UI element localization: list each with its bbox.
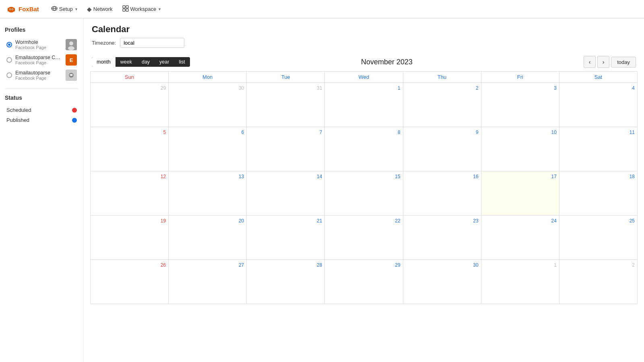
tab-list[interactable]: list — [174, 57, 190, 67]
header-thu: Thu — [403, 72, 481, 83]
date-nov30: 30 — [406, 261, 479, 269]
date-nov12: 12 — [93, 173, 166, 180]
nav-network[interactable]: ◆ Network — [83, 3, 117, 15]
cal-cell-nov3[interactable]: 3 — [481, 83, 559, 127]
status-published-dot — [72, 118, 77, 123]
cal-cell-nov13[interactable]: 13 — [169, 171, 247, 216]
cal-cell-nov29[interactable]: 29 — [325, 260, 403, 304]
profile-emailautoparse[interactable]: Emailautoparse Facebook Page — [5, 68, 78, 83]
cal-cell-nov24[interactable]: 24 — [481, 216, 559, 260]
cal-cell-nov12[interactable]: 12 — [91, 171, 169, 216]
date-nov15: 15 — [327, 173, 400, 180]
cal-cell-oct30[interactable]: 30 — [169, 83, 247, 127]
cal-cell-nov23[interactable]: 23 — [403, 216, 481, 260]
cal-cell-nov25[interactable]: 25 — [559, 216, 638, 260]
emailautoparse-avatar-img — [66, 70, 77, 81]
date-nov9: 9 — [406, 129, 479, 136]
calendar-today-button[interactable]: today — [611, 57, 636, 68]
svg-rect-12 — [123, 9, 125, 11]
cal-cell-nov27[interactable]: 27 — [169, 260, 247, 304]
tab-year[interactable]: year — [155, 57, 174, 67]
profile-type-wormhole: Facebook Page — [15, 45, 62, 50]
calendar-prev-button[interactable]: ‹ — [584, 56, 596, 68]
svg-point-5 — [10, 9, 10, 10]
cal-cell-nov26[interactable]: 26 — [91, 260, 169, 304]
brand-logo[interactable]: FoxBat — [6, 4, 39, 14]
svg-point-6 — [12, 9, 13, 10]
tab-month[interactable]: month — [92, 57, 116, 67]
tab-day[interactable]: day — [137, 57, 155, 67]
nav-workspace-label: Workspace — [130, 6, 157, 12]
cal-cell-nov11[interactable]: 11 — [559, 127, 638, 171]
profile-name-emailautoparse-community: Emailautoparse Community — [15, 55, 62, 60]
date-nov3: 3 — [484, 84, 557, 92]
cal-cell-nov19[interactable]: 19 — [91, 216, 169, 260]
timezone-input[interactable] — [120, 38, 184, 48]
workspace-dropdown-arrow: ▾ — [159, 7, 161, 11]
cal-cell-nov5[interactable]: 5 — [91, 127, 169, 171]
sidebar-divider — [5, 88, 78, 89]
cal-cell-nov2[interactable]: 2 — [403, 83, 481, 127]
cal-cell-oct29[interactable]: 29 — [91, 83, 169, 127]
cal-cell-nov7[interactable]: 7 — [247, 127, 325, 171]
cal-cell-nov28[interactable]: 28 — [247, 260, 325, 304]
setup-dropdown-arrow: ▾ — [75, 7, 77, 11]
date-nov6: 6 — [171, 129, 244, 136]
calendar-month-label: November 2023 — [195, 58, 579, 66]
status-section-title: Status — [5, 95, 78, 101]
tab-week[interactable]: week — [116, 57, 137, 67]
date-nov18: 18 — [562, 173, 635, 180]
cal-cell-nov6[interactable]: 6 — [169, 127, 247, 171]
date-nov24: 24 — [484, 217, 557, 224]
profile-emailautoparse-community[interactable]: Emailautoparse Community Facebook Page E — [5, 52, 78, 68]
cal-cell-nov1[interactable]: 1 — [325, 83, 403, 127]
status-scheduled-label: Scheduled — [6, 107, 31, 113]
date-nov22: 22 — [327, 217, 400, 224]
svg-point-19 — [70, 74, 72, 76]
profile-type-emailautoparse-community: Facebook Page — [15, 60, 62, 65]
date-nov11: 11 — [562, 129, 635, 136]
date-dec2: 2 — [562, 261, 635, 269]
profiles-section-title: Profiles — [5, 27, 78, 33]
cal-cell-nov14[interactable]: 14 — [247, 171, 325, 216]
date-nov28: 28 — [249, 261, 322, 269]
cal-cell-nov10[interactable]: 10 — [481, 127, 559, 171]
svg-rect-13 — [126, 9, 128, 11]
profile-info-wormhole: Wormhole Facebook Page — [15, 39, 62, 50]
cal-cell-nov22[interactable]: 22 — [325, 216, 403, 260]
cal-cell-nov18[interactable]: 18 — [559, 171, 638, 216]
cal-cell-nov16[interactable]: 16 — [403, 171, 481, 216]
content-area: Calendar Timezone: month week day year l… — [84, 19, 644, 362]
date-nov8: 8 — [327, 129, 400, 136]
cal-cell-nov9[interactable]: 9 — [403, 127, 481, 171]
nav-workspace[interactable]: Workspace ▾ — [118, 3, 165, 15]
cal-cell-nov8[interactable]: 8 — [325, 127, 403, 171]
calendar-next-button[interactable]: › — [597, 56, 609, 68]
cal-cell-dec1[interactable]: 1 — [481, 260, 559, 304]
cal-cell-oct31[interactable]: 31 — [247, 83, 325, 127]
nav-setup[interactable]: Setup ▾ — [47, 3, 81, 15]
cal-cell-nov21[interactable]: 21 — [247, 216, 325, 260]
brand-name: FoxBat — [19, 6, 39, 12]
cal-cell-nov4[interactable]: 4 — [559, 83, 638, 127]
profile-radio-emailautoparse — [6, 72, 12, 78]
svg-point-15 — [69, 41, 73, 45]
cal-cell-nov30[interactable]: 30 — [403, 260, 481, 304]
top-navigation: FoxBat Setup ▾ ◆ Network Workspace ▾ — [0, 0, 644, 19]
main-layout: Profiles Wormhole Facebook Page Emailaut… — [0, 19, 644, 362]
date-nov14: 14 — [249, 173, 322, 180]
date-oct29: 29 — [93, 84, 166, 92]
cal-cell-nov17[interactable]: 17 — [481, 171, 559, 216]
date-nov7: 7 — [249, 129, 322, 136]
cal-cell-dec2[interactable]: 2 — [559, 260, 638, 304]
profile-wormhole[interactable]: Wormhole Facebook Page — [5, 37, 78, 52]
calendar-toolbar: month week day year list November 2023 ‹… — [84, 53, 644, 71]
nav-network-label: Network — [93, 6, 113, 12]
calendar-container: Sun Mon Tue Wed Thu Fri Sat 29 30 31 1 2… — [84, 71, 644, 362]
svg-point-16 — [68, 46, 74, 50]
cal-cell-nov15[interactable]: 15 — [325, 171, 403, 216]
header-sun: Sun — [91, 72, 169, 83]
date-oct31: 31 — [249, 84, 322, 92]
cal-cell-nov20[interactable]: 20 — [169, 216, 247, 260]
setup-icon — [51, 5, 58, 13]
